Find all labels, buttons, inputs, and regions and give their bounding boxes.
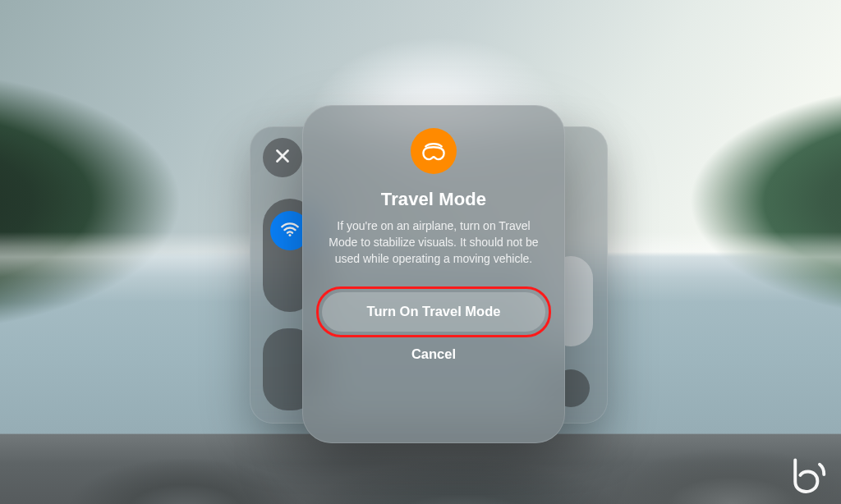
svg-point-2 [288, 234, 291, 236]
watermark-logo [785, 451, 831, 497]
cancel-button[interactable]: Cancel [411, 346, 456, 362]
turn-on-travel-mode-button[interactable]: Turn On Travel Mode [322, 292, 545, 332]
close-icon [272, 145, 293, 170]
close-button[interactable] [263, 138, 302, 177]
dialog-body: If you're on an airplane, turn on Travel… [322, 218, 545, 268]
primary-button-label: Turn On Travel Mode [367, 304, 501, 319]
wifi-icon [279, 218, 301, 243]
travel-mode-icon [411, 128, 457, 174]
dialog-title: Travel Mode [381, 189, 486, 210]
travel-mode-dialog: Travel Mode If you're on an airplane, tu… [302, 105, 565, 443]
cancel-button-label: Cancel [411, 346, 456, 361]
